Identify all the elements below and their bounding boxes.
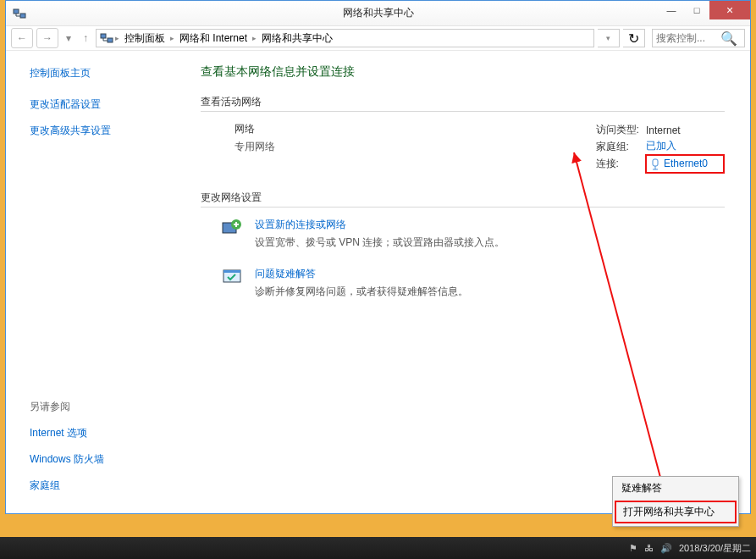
access-type-value: Internet [646,122,724,138]
svg-rect-3 [108,38,113,42]
close-button[interactable]: × [709,1,750,19]
svg-rect-10 [223,270,240,273]
page-heading: 查看基本网络信息并设置连接 [201,64,725,80]
change-settings-header: 更改网络设置 [201,191,725,208]
task-link-troubleshoot[interactable]: 问题疑难解答 [255,267,468,281]
breadcrumb-seg[interactable]: 网络和 Internet [176,31,251,46]
maximize-button[interactable]: □ [684,1,709,19]
sidebar: 控制面板主页 更改适配器设置 更改高级共享设置 另请参阅 Internet 选项… [6,51,184,513]
troubleshoot-icon [221,267,243,289]
chevron-right-icon: ▸ [170,34,174,42]
window-title: 网络和共享中心 [343,6,414,20]
back-button[interactable]: ← [11,28,33,48]
taskbar: ⚑ 🖧 🔊 2018/3/20/星期二 [0,537,756,559]
access-type-label: 访问类型: [596,122,646,138]
search-box[interactable]: 🔍 [652,29,745,47]
sidebar-link-sharing[interactable]: 更改高级共享设置 [30,124,170,138]
navbar: ← → ▾ ↑ ▸ 控制面板 ▸ 网络和 Internet ▸ 网络和共享中心 … [6,25,750,51]
tray-context-menu: 疑难解答 打开网络和共享中心 [612,476,739,527]
tray-flag-icon[interactable]: ⚑ [629,543,637,554]
sidebar-link-adapter[interactable]: 更改适配器设置 [30,97,170,112]
tray-volume-icon[interactable]: 🔊 [660,543,672,554]
chevron-right-icon: ▸ [115,34,119,42]
see-also-firewall[interactable]: Windows 防火墙 [30,452,170,467]
svg-rect-0 [14,9,19,14]
search-input[interactable] [653,32,720,44]
main-content: 查看基本网络信息并设置连接 查看活动网络 网络 专用网络 访问类型: Inter… [184,51,750,513]
network-icon [100,31,113,45]
active-networks-header: 查看活动网络 [201,95,725,112]
svg-rect-4 [653,159,658,166]
homegroup-label: 家庭组: [596,138,646,155]
see-also-internet-options[interactable]: Internet 选项 [30,426,170,440]
forward-button[interactable]: → [36,28,58,48]
svg-rect-1 [20,14,25,18]
task-link-new-connection[interactable]: 设置新的连接或网络 [255,218,505,232]
taskbar-datetime[interactable]: 2018/3/20/星期二 [679,542,751,555]
new-connection-icon [221,218,243,240]
recent-dropdown[interactable]: ▾ [62,28,75,48]
tray-network-icon[interactable]: 🖧 [644,543,654,553]
network-details-table: 访问类型: Internet 家庭组: 已加入 连接: Ethernet0 [596,122,725,174]
connection-link[interactable]: Ethernet0 [664,158,708,169]
network-type: 专用网络 [235,140,275,154]
breadcrumb[interactable]: ▸ 控制面板 ▸ 网络和 Internet ▸ 网络和共享中心 [96,29,594,47]
ethernet-icon [650,158,660,170]
menu-item-open-network-center[interactable]: 打开网络和共享中心 [615,501,737,523]
breadcrumb-seg[interactable]: 网络和共享中心 [258,31,336,46]
see-also-header: 另请参阅 [30,400,170,414]
task-desc: 诊断并修复网络问题，或者获得疑难解答信息。 [255,285,468,299]
search-icon[interactable]: 🔍 [720,30,737,47]
app-icon [13,7,26,20]
task-desc: 设置宽带、拨号或 VPN 连接；或设置路由器或接入点。 [255,235,505,250]
control-panel-home-link[interactable]: 控制面板主页 [30,66,170,80]
titlebar: 网络和共享中心 — □ × [6,1,750,25]
homegroup-link[interactable]: 已加入 [646,140,676,152]
address-dropdown[interactable]: ▾ [598,29,620,47]
breadcrumb-seg[interactable]: 控制面板 [121,31,168,46]
minimize-button[interactable]: — [659,1,684,19]
refresh-button[interactable]: ↻ [623,29,645,47]
chevron-right-icon: ▸ [252,34,257,42]
network-name: 网络 [235,122,275,136]
menu-item-troubleshoot[interactable]: 疑难解答 [613,477,738,500]
connection-label: 连接: [596,155,646,173]
window: 网络和共享中心 — □ × ← → ▾ ↑ ▸ 控制面板 ▸ 网络和 Inter… [5,0,751,514]
up-button[interactable]: ↑ [79,28,92,48]
svg-rect-2 [101,34,106,38]
see-also-homegroup[interactable]: 家庭组 [30,479,170,493]
